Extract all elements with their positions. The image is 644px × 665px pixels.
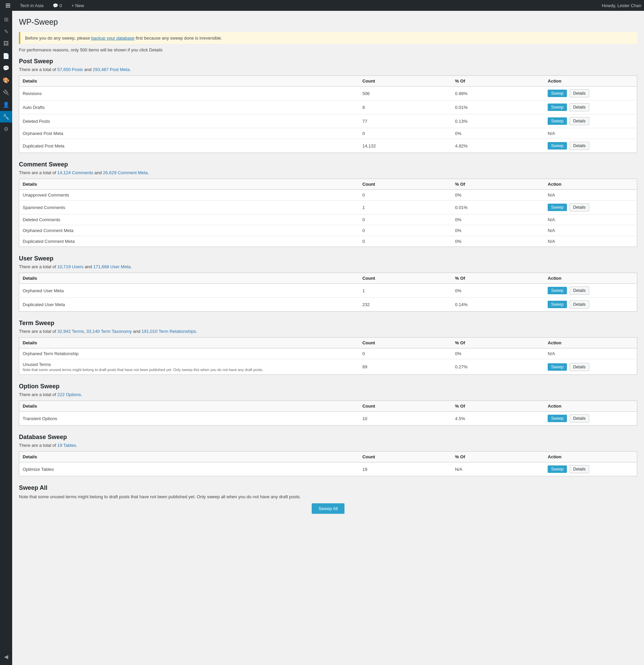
user-meta-link[interactable]: 171,668 User Meta xyxy=(93,264,131,269)
user-sweep-title: User Sweep xyxy=(19,255,637,262)
term-sweep-table: Details Count % Of Action Orphaned Term … xyxy=(19,337,637,375)
row-count: 0 xyxy=(359,128,452,139)
col-header-action: Action xyxy=(544,179,637,190)
row-pct: 4.5% xyxy=(452,412,544,425)
table-row: Duplicated Comment Meta 0 0% N/A xyxy=(19,236,637,247)
table-row: Optimize Tables 19 N/A Sweep Details xyxy=(19,462,637,476)
wp-logo[interactable]: ⊞ xyxy=(3,2,13,9)
table-row: Deleted Comments 0 0% N/A xyxy=(19,214,637,225)
comment-sweep-subtitle: There are a total of 14,124 Comments and… xyxy=(19,170,637,175)
row-action: Sweep Details xyxy=(544,412,637,425)
terms-link[interactable]: 32,942 Terms xyxy=(57,329,84,334)
row-count: 14,132 xyxy=(359,139,452,153)
details-button[interactable]: Details xyxy=(570,203,590,211)
row-action-na: N/A xyxy=(544,190,637,201)
col-header-details: Details xyxy=(19,338,359,348)
table-row: Unused Terms Note that some unused terms… xyxy=(19,359,637,375)
row-detail: Optimize Tables xyxy=(19,462,359,476)
sidebar-item-plugins[interactable]: 🔌 xyxy=(0,87,12,98)
tables-link[interactable]: 19 Tables xyxy=(57,443,76,448)
row-action: Sweep Details xyxy=(544,359,637,375)
row-detail: Spammed Comments xyxy=(19,201,359,214)
row-detail: Orphaned User Meta xyxy=(19,284,359,298)
row-pct: N/A xyxy=(452,462,544,476)
database-sweep-subtitle: There are a total of 19 Tables. xyxy=(19,443,637,448)
details-button[interactable]: Details xyxy=(570,89,590,97)
row-pct: 0% xyxy=(452,128,544,139)
relationships-link[interactable]: 191,010 Term Relationships xyxy=(142,329,196,334)
col-header-details: Details xyxy=(19,401,359,412)
posts-link[interactable]: 57,650 Posts xyxy=(57,67,83,72)
option-sweep-section: Option Sweep There are a total of 222 Op… xyxy=(19,383,637,425)
sweep-button[interactable]: Sweep xyxy=(548,363,567,371)
sidebar-item-tools[interactable]: 🔧 xyxy=(0,111,12,122)
new-content-button[interactable]: + New xyxy=(69,3,86,8)
backup-link[interactable]: backup your database xyxy=(91,36,135,41)
term-sweep-section: Term Sweep There are a total of 32,942 T… xyxy=(19,320,637,375)
sidebar-item-media[interactable]: 🖼 xyxy=(0,38,12,50)
details-button[interactable]: Details xyxy=(570,142,590,150)
row-pct: 0% xyxy=(452,348,544,359)
sidebar-collapse[interactable]: ◀ xyxy=(0,651,12,662)
sidebar-item-pages[interactable]: 📄 xyxy=(0,50,12,61)
sweep-button[interactable]: Sweep xyxy=(548,142,567,150)
comment-meta-link[interactable]: 26,629 Comment Meta xyxy=(103,170,148,175)
row-pct: 4.82% xyxy=(452,139,544,153)
sweep-button[interactable]: Sweep xyxy=(548,287,567,294)
sweep-button[interactable]: Sweep xyxy=(548,90,567,97)
taxonomy-link[interactable]: 33,140 Term Taxonomy xyxy=(86,329,132,334)
row-detail: Duplicated Comment Meta xyxy=(19,236,359,247)
row-detail: Transient Options xyxy=(19,412,359,425)
col-header-pct: % Of xyxy=(452,338,544,348)
details-button[interactable]: Details xyxy=(570,414,590,422)
details-button[interactable]: Details xyxy=(570,117,590,125)
row-detail: Revisions xyxy=(19,87,359,100)
comments-adminbar[interactable]: 💬 0 xyxy=(50,3,64,8)
sweep-all-button[interactable]: Sweep All xyxy=(312,503,345,514)
row-count: 10 xyxy=(359,412,452,425)
users-link[interactable]: 10,719 Users xyxy=(57,264,83,269)
row-pct: 0% xyxy=(452,225,544,236)
post-sweep-title: Post Sweep xyxy=(19,58,637,65)
row-action-na: N/A xyxy=(544,214,637,225)
database-sweep-table: Details Count % Of Action Optimize Table… xyxy=(19,451,637,476)
row-pct: 0.01% xyxy=(452,100,544,114)
table-row: Orphaned Term Relationship 0 0% N/A xyxy=(19,348,637,359)
post-sweep-section: Post Sweep There are a total of 57,650 P… xyxy=(19,58,637,153)
post-meta-link[interactable]: 293,487 Post Meta xyxy=(93,67,130,72)
sidebar-item-comments[interactable]: 💬 xyxy=(0,62,12,74)
details-button[interactable]: Details xyxy=(570,465,590,473)
option-sweep-title: Option Sweep xyxy=(19,383,637,390)
sidebar-item-users[interactable]: 👤 xyxy=(0,99,12,110)
row-count: 506 xyxy=(359,87,452,100)
details-button[interactable]: Details xyxy=(570,363,590,371)
sweep-button[interactable]: Sweep xyxy=(548,117,567,125)
sidebar-item-posts[interactable]: ✎ xyxy=(0,26,12,37)
row-action: Sweep Details xyxy=(544,462,637,476)
sidebar-item-settings[interactable]: ⚙ xyxy=(0,123,12,135)
post-sweep-subtitle: There are a total of 57,650 Posts and 29… xyxy=(19,67,637,72)
row-pct: 0.88% xyxy=(452,87,544,100)
sweep-button[interactable]: Sweep xyxy=(548,301,567,308)
row-count: 1 xyxy=(359,284,452,298)
sweep-button[interactable]: Sweep xyxy=(548,415,567,422)
site-name[interactable]: Tech in Asia xyxy=(17,3,46,8)
row-action: Sweep Details xyxy=(544,298,637,311)
sidebar-item-dashboard[interactable]: ⊞ xyxy=(0,14,12,25)
table-row: Unapproved Comments 0 0% N/A xyxy=(19,190,637,201)
sweep-button[interactable]: Sweep xyxy=(548,103,567,111)
details-button[interactable]: Details xyxy=(570,103,590,111)
sweep-button[interactable]: Sweep xyxy=(548,466,567,473)
options-link[interactable]: 222 Options xyxy=(57,392,81,397)
row-action-na: N/A xyxy=(544,225,637,236)
details-button[interactable]: Details xyxy=(570,300,590,308)
row-count: 0 xyxy=(359,236,452,247)
row-detail: Deleted Comments xyxy=(19,214,359,225)
sweep-button[interactable]: Sweep xyxy=(548,204,567,211)
details-button[interactable]: Details xyxy=(570,286,590,294)
comments-link[interactable]: 14,124 Comments xyxy=(57,170,93,175)
sidebar-item-appearance[interactable]: 🎨 xyxy=(0,74,12,86)
row-count: 19 xyxy=(359,462,452,476)
comment-sweep-table: Details Count % Of Action Unapproved Com… xyxy=(19,178,637,247)
col-header-details: Details xyxy=(19,76,359,87)
